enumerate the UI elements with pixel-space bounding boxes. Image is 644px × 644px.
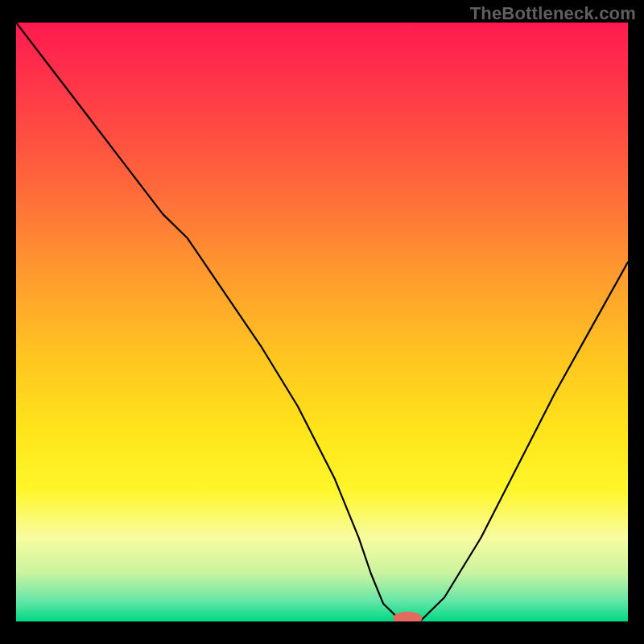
- plot-area: [16, 23, 628, 621]
- chart-frame: TheBottleneck.com: [0, 0, 644, 644]
- watermark-text: TheBottleneck.com: [470, 3, 636, 24]
- chart-svg: [16, 23, 628, 621]
- gradient-background: [16, 23, 628, 621]
